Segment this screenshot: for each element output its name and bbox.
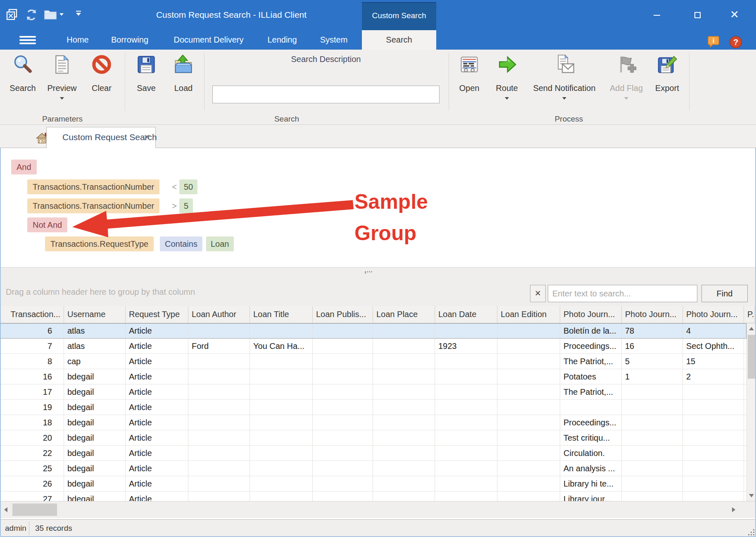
grid-column-header[interactable]: Loan Title bbox=[250, 306, 313, 323]
table-row[interactable]: 26bdegailArticleLibrary hi te... bbox=[0, 476, 746, 492]
table-row[interactable]: 27bdegailArticleLibrary jour... bbox=[0, 492, 746, 501]
grid-column-header[interactable]: Photo Journ... bbox=[622, 306, 683, 323]
open-button[interactable]: Open bbox=[453, 50, 486, 103]
annotation-line2: Group bbox=[354, 217, 428, 249]
table-row[interactable]: 8capArticleThe Patriot,...515 bbox=[0, 354, 746, 369]
grid-column-header[interactable]: Username bbox=[64, 306, 126, 323]
folder-dropdown-icon[interactable] bbox=[59, 13, 64, 16]
grid-cell: 8 bbox=[0, 354, 64, 369]
info-icon[interactable]: i bbox=[707, 35, 720, 48]
table-row[interactable]: 16bdegailArticlePotatoes12 bbox=[0, 369, 746, 384]
group-label-process: Process bbox=[449, 114, 689, 124]
query-group-condition-value[interactable]: Loan bbox=[206, 236, 234, 251]
ribbon-separator bbox=[204, 53, 204, 111]
tab-search[interactable]: Search bbox=[362, 30, 436, 50]
table-row[interactable]: 20bdegailArticleTest critiqu... bbox=[0, 430, 746, 446]
save-button[interactable]: Save bbox=[130, 50, 163, 103]
grid-column-header[interactable]: P... bbox=[744, 306, 755, 323]
query-group-operator[interactable]: Not And bbox=[27, 217, 67, 232]
grid-column-header[interactable]: Transaction... bbox=[0, 306, 64, 323]
qat-customize-icon[interactable] bbox=[76, 11, 81, 16]
table-row[interactable]: 25bdegailArticleAn analysis ... bbox=[0, 461, 746, 476]
horizontal-scrollbar[interactable] bbox=[0, 501, 756, 518]
search-clear-button[interactable]: ✕ bbox=[530, 285, 546, 302]
grid-cell: An analysis ... bbox=[560, 461, 622, 476]
preview-button[interactable]: Preview bbox=[43, 50, 81, 103]
folder-icon[interactable] bbox=[44, 8, 58, 22]
grid-column-header[interactable]: Loan Author bbox=[188, 306, 250, 323]
tab-system[interactable]: System bbox=[316, 30, 351, 50]
grid-search-input[interactable] bbox=[548, 285, 697, 302]
load-button[interactable]: Load bbox=[167, 50, 200, 103]
vertical-scrollbar[interactable] bbox=[746, 323, 756, 501]
tab-home[interactable]: Home bbox=[64, 30, 91, 50]
grid-cell bbox=[188, 415, 250, 430]
grid-cell bbox=[497, 354, 560, 369]
tab-lending[interactable]: Lending bbox=[264, 30, 301, 50]
grid-cell bbox=[188, 400, 250, 415]
search-button[interactable]: Search bbox=[5, 50, 40, 103]
table-row[interactable]: 19bdegailArticle bbox=[0, 400, 746, 415]
close-button[interactable]: ✕ bbox=[724, 5, 745, 24]
send-notification-icon bbox=[554, 54, 575, 77]
grid-cell: cap bbox=[64, 354, 126, 369]
grid-cell bbox=[622, 400, 683, 415]
query-condition-value[interactable]: 5 bbox=[179, 198, 193, 213]
clear-button[interactable]: Clear bbox=[84, 50, 119, 103]
grid-column-header[interactable]: Loan Place bbox=[373, 306, 435, 323]
query-condition-operator[interactable]: > bbox=[169, 198, 179, 213]
table-row[interactable]: 22bdegailArticleCirculation. bbox=[0, 446, 746, 461]
query-group-condition-operator[interactable]: Contains bbox=[160, 236, 202, 251]
minimize-button[interactable] bbox=[646, 5, 668, 24]
refresh-icon[interactable] bbox=[25, 8, 38, 23]
find-button[interactable]: Find bbox=[701, 285, 748, 302]
grid-cell bbox=[373, 430, 435, 446]
table-row[interactable]: 18bdegailArticleProceedings... bbox=[0, 415, 746, 430]
vertical-scroll-thumb[interactable] bbox=[748, 335, 756, 379]
query-condition-value[interactable]: 50 bbox=[179, 179, 197, 194]
query-condition-field[interactable]: Transactions.TransactionNumber bbox=[27, 198, 159, 213]
menu-hamburger-icon[interactable] bbox=[19, 36, 36, 44]
query-root-operator[interactable]: And bbox=[11, 160, 37, 174]
table-row[interactable]: 6atlasArticleBoletín de la...784 bbox=[0, 323, 746, 339]
query-group-condition-field[interactable]: Transactions.RequestType bbox=[45, 236, 154, 251]
horizontal-scroll-thumb[interactable] bbox=[12, 504, 57, 516]
maximize-button[interactable] bbox=[687, 5, 708, 24]
tab-close-icon[interactable]: ✕ bbox=[143, 132, 150, 142]
grid-cell bbox=[435, 354, 497, 369]
export-button[interactable]: Export bbox=[649, 50, 685, 103]
tab-document-delivery[interactable]: Document Delivery bbox=[167, 30, 250, 50]
grid-column-header[interactable]: Photo Journ... bbox=[683, 306, 744, 323]
scroll-down-icon[interactable] bbox=[747, 490, 756, 501]
scroll-right-icon[interactable] bbox=[732, 507, 735, 512]
table-row[interactable]: 17bdegailArticleThe Patriot,... bbox=[0, 384, 746, 400]
grid-cell bbox=[497, 430, 560, 446]
grid-cell bbox=[313, 446, 373, 461]
group-label-search: Search bbox=[125, 114, 449, 124]
grid-column-header[interactable]: Loan Publis... bbox=[313, 306, 373, 323]
query-condition-operator[interactable]: < bbox=[169, 179, 179, 194]
search-description-input[interactable] bbox=[212, 86, 440, 103]
resize-grip[interactable] bbox=[745, 526, 754, 535]
help-icon[interactable]: ? bbox=[729, 35, 743, 48]
grid-cell: The Patriot,... bbox=[560, 354, 622, 369]
app-window-icon[interactable] bbox=[6, 8, 18, 22]
table-row[interactable]: 7atlasArticleFordYou Can Ha...1923Procee… bbox=[0, 339, 746, 354]
grid-cell bbox=[313, 492, 373, 501]
tab-custom-request-search[interactable]: Custom Request Search ✕ bbox=[46, 127, 156, 148]
grid-cell bbox=[313, 369, 373, 384]
route-button[interactable]: Route bbox=[490, 50, 524, 103]
add-flag-button[interactable]: Add Flag bbox=[604, 50, 648, 103]
grid-column-header[interactable]: Loan Edition bbox=[497, 306, 560, 323]
scroll-left-icon[interactable] bbox=[4, 507, 7, 512]
query-condition-field[interactable]: Transactions.TransactionNumber bbox=[27, 179, 159, 194]
grid-column-header[interactable]: Photo Journ... bbox=[560, 306, 622, 323]
send-notification-button[interactable]: Send Notification bbox=[527, 50, 602, 103]
grid-column-header[interactable]: Loan Date bbox=[435, 306, 497, 323]
grid-column-header[interactable]: Request Type bbox=[126, 306, 188, 323]
tab-borrowing[interactable]: Borrowing bbox=[107, 30, 153, 50]
splitter-handle[interactable] bbox=[365, 271, 375, 273]
grid-cell bbox=[373, 354, 435, 369]
grid-cell bbox=[683, 476, 744, 492]
scroll-up-icon[interactable] bbox=[747, 323, 756, 334]
